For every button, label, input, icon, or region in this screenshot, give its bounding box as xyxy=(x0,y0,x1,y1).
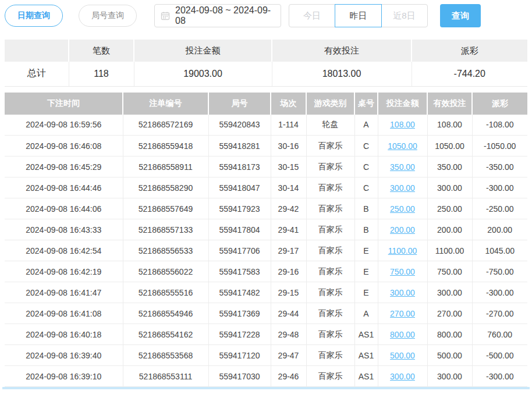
bet-amount-link[interactable]: 1100.00 xyxy=(388,246,417,255)
table-row: 2024-09-08 16:42:19521868556022559417583… xyxy=(5,261,527,282)
bet-amount-link[interactable]: 108.00 xyxy=(390,120,415,129)
bet-amount-cell: 800.00 xyxy=(378,324,427,345)
header-valid-bet: 有效投注 xyxy=(427,93,472,115)
payout-cell: -300.00 xyxy=(472,177,527,198)
calendar-icon xyxy=(161,11,170,20)
summary-total-row: 总计 118 19003.00 18013.00 -744.20 xyxy=(5,62,527,86)
order-id-cell: 521868553111 xyxy=(123,366,208,387)
game-type-cell: 百家乐 xyxy=(306,303,354,324)
bet-time-cell: 2024-09-08 16:46:08 xyxy=(5,136,123,157)
session-cell: 29-48 xyxy=(271,324,306,345)
bet-amount-link[interactable]: 1050.00 xyxy=(388,141,417,151)
date-range-input[interactable]: 2024-09-08 ~ 2024-09-08 xyxy=(154,4,281,27)
table-row: 2024-09-08 16:40:18521868554162559417228… xyxy=(5,324,527,345)
table-row: 2024-09-08 16:42:54521868556533559417706… xyxy=(5,240,527,261)
order-id-cell: 521868554162 xyxy=(123,324,208,345)
valid-bet-cell: 800.00 xyxy=(427,324,472,345)
table-id-cell: B xyxy=(354,198,378,219)
summary-header-blank xyxy=(5,40,69,62)
payout-cell: -500.00 xyxy=(472,345,527,366)
table-row: 2024-09-08 16:41:08521868554946559417369… xyxy=(5,303,527,324)
search-button[interactable]: 查询 xyxy=(440,4,481,27)
date-shortcut-group: 今日 昨日 近8日 xyxy=(289,4,428,27)
game-type-cell: 百家乐 xyxy=(306,157,354,177)
bet-amount-cell: 1050.00 xyxy=(378,136,427,157)
bet-amount-link[interactable]: 300.00 xyxy=(390,372,415,381)
table-row: 2024-09-08 16:44:06521868557649559417923… xyxy=(5,198,527,219)
game-type-cell: 百家乐 xyxy=(306,177,354,198)
last8days-button[interactable]: 近8日 xyxy=(381,5,427,27)
bet-amount-link[interactable]: 750.00 xyxy=(390,267,415,276)
bet-time-cell: 2024-09-08 16:39:10 xyxy=(5,366,123,387)
bet-amount-link[interactable]: 300.00 xyxy=(390,183,415,193)
table-row: 2024-09-08 16:43:33521868557133559417804… xyxy=(5,219,527,240)
today-button[interactable]: 今日 xyxy=(289,5,335,27)
bet-time-cell: 2024-09-08 16:45:29 xyxy=(5,157,123,177)
payout-cell: 1045.00 xyxy=(472,240,527,261)
valid-bet-cell: 250.00 xyxy=(427,198,472,219)
session-cell: 30-15 xyxy=(271,157,306,177)
bet-amount-link[interactable]: 800.00 xyxy=(390,330,415,339)
bet-amount-link[interactable]: 500.00 xyxy=(390,351,415,360)
order-id-cell: 521868554946 xyxy=(123,303,208,324)
session-cell: 29-46 xyxy=(271,366,306,387)
valid-bet-cell: 350.00 xyxy=(427,157,472,177)
date-query-tab[interactable]: 日期查询 xyxy=(5,5,63,27)
summary-header-payout: 派彩 xyxy=(412,40,527,62)
round-query-tab[interactable]: 局号查询 xyxy=(79,5,137,27)
payout-cell: -300.00 xyxy=(472,282,527,303)
round-id-cell: 559417369 xyxy=(208,303,271,324)
bet-amount-link[interactable]: 300.00 xyxy=(390,288,415,297)
summary-valid-bet-value: 18013.00 xyxy=(272,62,412,86)
valid-bet-cell: 1100.00 xyxy=(427,240,472,261)
payout-cell: -108.00 xyxy=(472,115,527,136)
game-type-cell: 百家乐 xyxy=(306,198,354,219)
bet-amount-link[interactable]: 350.00 xyxy=(390,162,415,172)
bet-time-cell: 2024-09-08 16:43:33 xyxy=(5,219,123,240)
table-row: 2024-09-08 16:59:56521868572169559420843… xyxy=(5,115,527,136)
valid-bet-cell: 300.00 xyxy=(427,366,472,387)
valid-bet-cell: 108.00 xyxy=(427,115,472,136)
table-row: 2024-09-08 16:39:10521868553111559417030… xyxy=(5,366,527,387)
bet-amount-link[interactable]: 200.00 xyxy=(390,225,415,234)
header-session: 场次 xyxy=(271,93,306,115)
header-bet-amount: 投注金额 xyxy=(378,93,427,115)
table-id-cell: AS1 xyxy=(354,366,378,387)
round-id-cell: 559417804 xyxy=(208,219,271,240)
table-id-cell: C xyxy=(354,157,378,177)
summary-bet-amount-value: 19003.00 xyxy=(134,62,272,86)
summary-payout-value: -744.20 xyxy=(412,62,527,86)
order-id-cell: 521868558911 xyxy=(123,157,208,177)
order-id-cell: 521868559418 xyxy=(123,136,208,157)
session-cell: 29-16 xyxy=(271,261,306,282)
header-order-id: 注单编号 xyxy=(123,93,208,115)
table-row: 2024-09-08 16:45:29521868558911559418173… xyxy=(5,157,527,177)
bet-time-cell: 2024-09-08 16:59:56 xyxy=(5,115,123,136)
yesterday-button[interactable]: 昨日 xyxy=(335,4,382,27)
round-id-cell: 559417030 xyxy=(208,366,271,387)
valid-bet-cell: 270.00 xyxy=(427,303,472,324)
round-id-cell: 559417583 xyxy=(208,261,271,282)
payout-cell: -250.00 xyxy=(472,198,527,219)
round-id-cell: 559417228 xyxy=(208,324,271,345)
session-cell: 29-41 xyxy=(271,219,306,240)
bet-amount-link[interactable]: 270.00 xyxy=(390,309,415,318)
table-row: 2024-09-08 16:39:40521868553568559417120… xyxy=(5,345,527,366)
table-id-cell: E xyxy=(354,261,378,282)
bet-amount-cell: 200.00 xyxy=(378,219,427,240)
bet-time-cell: 2024-09-08 16:44:46 xyxy=(5,177,123,198)
session-cell: 29-17 xyxy=(271,240,306,261)
order-id-cell: 521868556533 xyxy=(123,240,208,261)
payout-cell: -270.00 xyxy=(472,303,527,324)
payout-cell: -750.00 xyxy=(472,261,527,282)
table-id-cell: C xyxy=(354,177,378,198)
valid-bet-cell: 500.00 xyxy=(427,345,472,366)
order-id-cell: 521868553568 xyxy=(123,345,208,366)
bet-amount-cell: 500.00 xyxy=(378,345,427,366)
game-type-cell: 百家乐 xyxy=(306,282,354,303)
bet-amount-link[interactable]: 250.00 xyxy=(390,204,415,214)
next-row-highlight-strip xyxy=(2,387,530,389)
records-header-row: 下注时间 注单编号 局号 场次 游戏类别 桌号 投注金额 有效投注 派彩 xyxy=(5,93,527,115)
table-id-cell: AS1 xyxy=(354,324,378,345)
summary-total-label: 总计 xyxy=(5,62,69,86)
